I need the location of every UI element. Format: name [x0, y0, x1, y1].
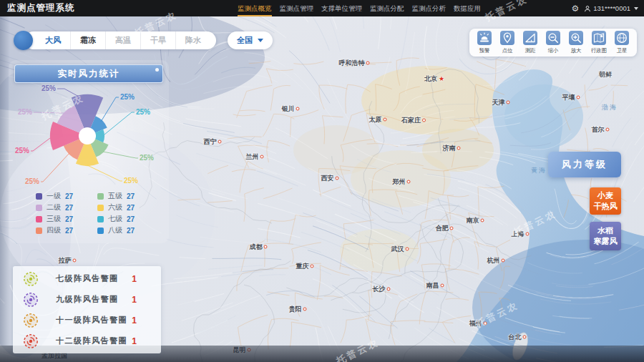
nav-item-4[interactable]: 监测点分析: [412, 0, 447, 16]
map-label-6: 济南: [443, 144, 461, 153]
legend-swatch: [36, 228, 42, 234]
map-label-22: 福州: [469, 319, 487, 328]
alert-row-2[interactable]: 十一级阵风告警圈1: [13, 311, 161, 330]
tool-alert[interactable]: 预警: [474, 31, 494, 54]
alert-row-0[interactable]: 七级阵风告警圈1: [13, 270, 161, 288]
legend-label: 一级: [47, 191, 65, 201]
wind-rose-chart: 25%25%25%25%25%25%25%25%: [14, 83, 163, 192]
city-marker-icon: [450, 227, 454, 230]
map-label-30: 黄海: [531, 166, 547, 175]
alert-row-1[interactable]: 九级阵风告警圈1: [13, 290, 161, 309]
map-label-0: 呼和浩特: [339, 59, 370, 68]
city-marker-icon: [507, 101, 510, 104]
tool-label: 卫星: [617, 47, 628, 54]
alert-row-3[interactable]: 十二级阵风告警圈1: [13, 332, 161, 351]
alert-label: 十一级阵风告警圈: [56, 315, 127, 326]
map-label-29: 渤海: [602, 103, 618, 112]
map-label-text: 西安: [321, 174, 334, 183]
tool-locate[interactable]: 点位: [497, 31, 517, 54]
map-label-text: 首尔: [592, 125, 605, 134]
city-marker-icon: [303, 308, 307, 311]
header-right: ⚙ 131****0001: [571, 0, 638, 16]
alert-label: 七级阵风告警圈: [56, 273, 119, 284]
gust-alert-panel: 七级阵风告警圈1九级阵风告警圈1十一级阵风告警圈1十二级阵风告警圈1: [13, 266, 161, 353]
slice-percent-label: 25%: [140, 154, 154, 162]
hazard-tab-0[interactable]: 大风: [36, 31, 70, 49]
city-marker-icon: [606, 128, 610, 132]
map-label-16: 杭州: [487, 256, 505, 265]
map-label-text: 拉萨: [59, 256, 72, 265]
tool-label: 预警: [479, 47, 490, 54]
alert-count: 1: [132, 295, 137, 305]
city-marker-icon: [484, 322, 487, 326]
wheat-dry-hot-wind-button[interactable]: 小麦 干热风: [590, 187, 621, 215]
rice-cold-dew-wind-button[interactable]: 水稻 寒露风: [590, 222, 621, 250]
legend-label: 二级: [47, 202, 65, 212]
region-selector[interactable]: 全国: [228, 31, 273, 49]
city-marker-icon: [387, 288, 391, 291]
zoom-out-icon: [546, 31, 560, 45]
map-toolbar: 预警点位测距缩小放大行政图卫星: [469, 29, 637, 57]
hazard-tabs: 大风霜冻高温干旱降水: [24, 31, 216, 49]
map-label-1: 北京★: [424, 74, 444, 84]
hazard-tab-4[interactable]: 降水: [175, 31, 210, 49]
legend-swatch: [97, 216, 104, 222]
map-label-20: 长沙: [373, 285, 391, 294]
map-label-25: 平壤: [562, 93, 580, 102]
hazard-tab-3[interactable]: 干旱: [140, 31, 175, 49]
map-label-13: 上海: [512, 230, 530, 239]
top-header: 监测点管理系统 监测点概览监测点管理支撑单位管理监测点分配监测点分析数据应用 ⚙…: [0, 0, 644, 16]
map-label-text: 南昌: [426, 281, 439, 290]
legend-swatch: [36, 193, 42, 200]
legend-value: 27: [65, 215, 73, 223]
nav-item-2[interactable]: 支撑单位管理: [321, 0, 362, 16]
wheat-label-line2: 干热风: [594, 201, 618, 212]
city-marker-icon: [406, 248, 409, 251]
map-label-23: 台北: [509, 333, 527, 342]
slice-percent-label: 25%: [136, 108, 150, 116]
rice-label-line1: 水稻: [597, 225, 613, 236]
admin-map-icon: [592, 31, 606, 45]
slice-percent-label: 25%: [42, 84, 56, 92]
map-label-9: 西安: [321, 174, 339, 183]
tool-admin-map[interactable]: 行政图: [589, 31, 609, 54]
nav-item-3[interactable]: 监测点分配: [370, 0, 404, 16]
nav-item-0[interactable]: 监测点概览: [238, 0, 272, 16]
gear-icon[interactable]: ⚙: [571, 4, 579, 13]
map-label-text: 南京: [467, 216, 479, 225]
wind-panel-title: 实时风力统计: [14, 64, 163, 83]
city-marker-icon: [296, 107, 300, 111]
tool-measure[interactable]: 测距: [520, 31, 540, 54]
tool-label: 测距: [525, 47, 536, 54]
nav-item-5[interactable]: 数据应用: [454, 0, 481, 16]
slice-percent-label: 25%: [15, 147, 29, 155]
hazard-tab-2[interactable]: 高温: [105, 31, 140, 49]
map-label-7: 西宁: [204, 137, 222, 147]
city-marker-icon: [502, 259, 505, 263]
map-label-text: 天津: [492, 98, 505, 107]
city-marker-icon: [481, 219, 484, 222]
map-label-text: 贵阳: [289, 305, 302, 314]
wind-level-button[interactable]: 风力等级: [548, 152, 621, 177]
panel-collapse-dot[interactable]: [155, 68, 159, 72]
chart-legend: 一级27二级27三级27四级27五级27六级27七级27八级27: [36, 190, 155, 236]
legend-row-5: 六级27: [97, 202, 155, 213]
tool-zoom-out[interactable]: 缩小: [543, 31, 563, 54]
alert-count: 1: [132, 274, 137, 284]
tool-zoom-in[interactable]: 放大: [566, 31, 586, 54]
city-marker-icon: [422, 119, 426, 122]
city-marker-icon: [384, 118, 387, 122]
gust-warning-icon: [23, 271, 39, 287]
user-menu[interactable]: 131****0001: [584, 4, 638, 12]
legend-value: 27: [65, 227, 73, 235]
legend-label: 五级: [108, 191, 127, 201]
rice-label-line2: 寒露风: [594, 236, 618, 247]
tool-satellite[interactable]: 卫星: [612, 31, 632, 54]
legend-value: 27: [127, 215, 135, 223]
hazard-logo-circle[interactable]: [14, 31, 33, 50]
nav-item-1[interactable]: 监测点管理: [280, 0, 314, 16]
hazard-tab-1[interactable]: 霜冻: [70, 31, 105, 49]
wind-level-label: 风力等级: [562, 158, 608, 171]
legend-swatch: [97, 205, 104, 211]
map-label-14: 成都: [250, 243, 268, 252]
